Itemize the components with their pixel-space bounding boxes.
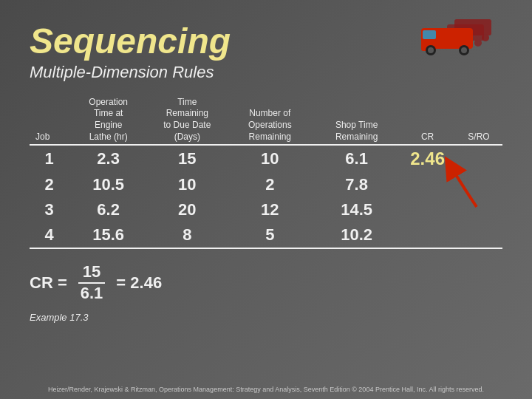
cell-job: 4 xyxy=(30,222,69,248)
cell-op-time: 6.2 xyxy=(69,197,148,222)
table-body: 12.315106.12.46210.51027.836.2201214.541… xyxy=(30,145,502,248)
cell-sro xyxy=(455,172,502,197)
svg-point-14 xyxy=(461,47,467,53)
col-header-op-time: Operation Time at Engine Lathe (hr) xyxy=(69,95,148,144)
cell-op-time: 2.3 xyxy=(69,145,148,172)
cell-cr xyxy=(400,172,455,197)
cr-fraction: 15 6.1 xyxy=(76,262,108,303)
cell-time-rem: 15 xyxy=(148,145,227,172)
svg-point-7 xyxy=(482,34,489,41)
cell-shop-time: 7.8 xyxy=(313,172,400,197)
table-row: 36.2201214.5 xyxy=(30,197,502,222)
cell-cr xyxy=(400,197,455,222)
col-header-sro: S/RO xyxy=(455,95,502,144)
cell-time-rem: 8 xyxy=(148,222,227,248)
col-header-job: Job xyxy=(30,95,69,144)
cell-sro xyxy=(455,197,502,222)
truck-illustration xyxy=(406,13,502,65)
cell-sro xyxy=(455,145,502,172)
slide: Sequencing Multiple-Dimension Rules Job … xyxy=(0,0,532,399)
col-header-shop-time: Shop Time Remaining xyxy=(313,95,400,144)
cell-shop-time: 10.2 xyxy=(313,222,400,248)
table-header-row: Job Operation Time at Engine Lathe (hr) … xyxy=(30,95,502,144)
table-row: 12.315106.12.46 xyxy=(30,145,502,172)
cell-job: 3 xyxy=(30,197,69,222)
svg-rect-10 xyxy=(423,30,436,39)
cell-op-time: 10.5 xyxy=(69,172,148,197)
cell-job: 2 xyxy=(30,172,69,197)
svg-point-12 xyxy=(428,47,434,53)
sequencing-table: Job Operation Time at Engine Lathe (hr) … xyxy=(30,95,502,249)
cr-numerator: 15 xyxy=(78,262,105,283)
col-header-cr: CR xyxy=(400,95,455,144)
cell-cr: 2.46 xyxy=(400,145,455,172)
cell-op-time: 15.6 xyxy=(69,222,148,248)
footer-citation: Heizer/Render, Krajewski & Ritzman, Oper… xyxy=(0,386,532,393)
page-subtitle: Multiple-Dimension Rules xyxy=(30,63,502,82)
cell-sro xyxy=(455,222,502,248)
data-table-container: Job Operation Time at Engine Lathe (hr) … xyxy=(30,95,502,249)
svg-point-3 xyxy=(474,39,482,47)
cell-time-rem: 20 xyxy=(148,197,227,222)
cell-job: 1 xyxy=(30,145,69,172)
example-label: Example 17.3 xyxy=(30,312,502,323)
cr-formula-section: CR = 15 6.1 = 2.46 xyxy=(30,262,502,303)
cr-result: = 2.46 xyxy=(116,273,162,293)
footer-divider xyxy=(30,248,502,249)
table-row: 210.51027.8 xyxy=(30,172,502,197)
col-header-time-rem: Time Remaining to Due Date (Days) xyxy=(148,95,227,144)
cell-time-rem: 10 xyxy=(148,172,227,197)
col-header-num-ops: Number of Operations Remaining xyxy=(227,95,313,144)
cell-num-ops: 5 xyxy=(227,222,313,248)
cell-shop-time: 6.1 xyxy=(313,145,400,172)
cell-shop-time: 14.5 xyxy=(313,197,400,222)
table-row: 415.68510.2 xyxy=(30,222,502,248)
cr-denominator: 6.1 xyxy=(76,284,108,303)
cell-num-ops: 10 xyxy=(227,145,313,172)
cell-cr xyxy=(400,222,455,248)
cr-label: CR = xyxy=(30,273,67,293)
cell-num-ops: 12 xyxy=(227,197,313,222)
cell-num-ops: 2 xyxy=(227,172,313,197)
